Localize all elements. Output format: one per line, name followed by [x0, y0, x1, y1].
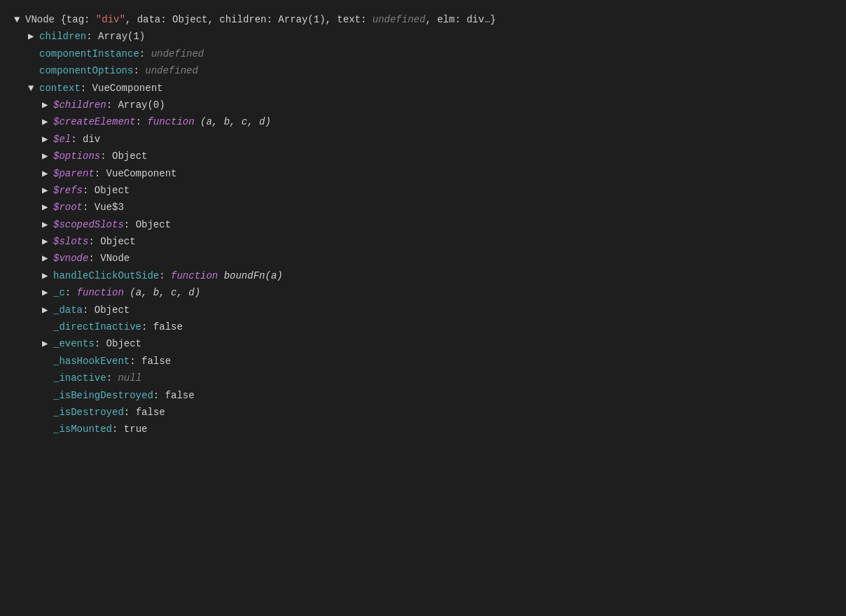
- line-dollar-root[interactable]: $root: Vue$3: [14, 199, 832, 216]
- line-inactive-text: null: [118, 370, 141, 386]
- line-underscore-c-text: (a, b, c, d): [124, 285, 200, 300]
- line-dollar-vnode[interactable]: $vnode: VNode: [14, 250, 832, 267]
- line-dollar-children-arrow[interactable]: [42, 97, 53, 113]
- line-handleClickOutSide-arrow[interactable]: [42, 268, 53, 284]
- line-dollar-root-text: : Vue$3: [83, 200, 124, 215]
- line-vnode-text: Object: [172, 12, 207, 27]
- line-dollar-vnode-text: : VNode: [88, 251, 130, 266]
- line-isBeingDestroyed-text: _isBeingDestroyed: [53, 388, 153, 403]
- line-dollar-refs[interactable]: $refs: Object: [14, 182, 832, 199]
- line-handleClickOutSide-text: handleClickOutSide: [53, 268, 159, 284]
- line-dollar-refs-text: $refs: [53, 183, 83, 198]
- line-isMounted: _isMounted: true: [14, 421, 832, 438]
- line-dollar-slots-text: : Object: [88, 234, 135, 249]
- line-vnode-text: "div": [96, 12, 125, 27]
- line-componentOptions-text: undefined: [145, 63, 198, 78]
- line-componentInstance-text: undefined: [151, 46, 204, 62]
- line-componentInstance: componentInstance: undefined: [14, 46, 832, 62]
- line-dollar-el[interactable]: $el: div: [14, 131, 832, 148]
- line-isBeingDestroyed-arrow: [42, 388, 53, 403]
- line-dollar-vnode-arrow[interactable]: [42, 251, 53, 266]
- line-dollar-root-text: $root: [53, 200, 83, 215]
- line-underscore-c-arrow[interactable]: [42, 285, 53, 300]
- line-dollar-options-arrow[interactable]: [42, 148, 53, 164]
- line-dollar-createElement-text: :: [136, 114, 148, 130]
- line-vnode-text: VNode: [25, 12, 60, 27]
- line-isBeingDestroyed-text: false: [165, 388, 195, 403]
- line-children-arrow[interactable]: [28, 29, 39, 44]
- line-context-text: context: [39, 80, 81, 96]
- line-dollar-createElement-arrow[interactable]: [42, 114, 53, 130]
- line-handleClickOutSide[interactable]: handleClickOutSide: function boundFn(a): [14, 267, 832, 284]
- code-viewer: VNode {tag: "div", data: Object, childre…: [14, 11, 832, 438]
- line-dollar-refs-text: : Object: [83, 183, 130, 198]
- line-vnode-text: , data:: [125, 12, 172, 27]
- line-isDestroyed-text: false: [136, 405, 165, 420]
- line-dollar-scopedSlots-text: : Object: [124, 217, 171, 232]
- line-events-text: : Object: [95, 336, 141, 351]
- line-inactive: _inactive: null: [14, 370, 832, 386]
- line-dollar-children-text: : Array(0): [106, 97, 165, 113]
- line-dollar-refs-arrow[interactable]: [42, 183, 53, 198]
- line-isBeingDestroyed: _isBeingDestroyed: false: [14, 387, 832, 404]
- line-isMounted-text: _isMounted: [53, 421, 112, 437]
- line-vnode[interactable]: VNode {tag: "div", data: Object, childre…: [14, 11, 832, 28]
- line-hasHookEvent-text: :: [130, 354, 141, 369]
- line-dollar-options[interactable]: $options: Object: [14, 148, 832, 164]
- line-dollar-parent-text: : VueComponent: [95, 166, 177, 181]
- line-directInactive-text: :: [141, 319, 153, 335]
- line-vnode-text: {tag:: [60, 12, 95, 27]
- line-dollar-createElement[interactable]: $createElement: function (a, b, c, d): [14, 113, 832, 130]
- line-events-arrow[interactable]: [42, 336, 53, 351]
- line-handleClickOutSide-text: boundFn(a): [218, 268, 282, 284]
- line-dollar-parent[interactable]: $parent: VueComponent: [14, 165, 832, 182]
- line-directInactive-text: _directInactive: [53, 319, 141, 335]
- line-directInactive: _directInactive: false: [14, 318, 832, 335]
- line-underscore-data-text: : Object: [83, 302, 130, 318]
- line-dollar-children[interactable]: $children: Array(0): [14, 97, 832, 113]
- line-dollar-scopedSlots-text: $scopedSlots: [53, 217, 124, 232]
- line-dollar-scopedSlots[interactable]: $scopedSlots: Object: [14, 216, 832, 233]
- line-isDestroyed-text: :: [124, 405, 136, 420]
- line-context-arrow[interactable]: [28, 80, 39, 96]
- line-context[interactable]: context: VueComponent: [14, 80, 832, 97]
- line-directInactive-text: false: [153, 319, 183, 335]
- line-dollar-slots-text: $slots: [53, 234, 88, 249]
- line-dollar-el-text: : div: [71, 132, 100, 147]
- line-isMounted-text: :: [112, 421, 124, 437]
- line-handleClickOutSide-text: function: [171, 268, 218, 284]
- line-underscore-data[interactable]: _data: Object: [14, 302, 832, 318]
- line-dollar-root-arrow[interactable]: [42, 200, 53, 215]
- line-vnode-arrow[interactable]: [14, 12, 25, 27]
- line-children[interactable]: children: Array(1): [14, 28, 832, 45]
- line-events[interactable]: _events: Object: [14, 335, 832, 352]
- line-vnode-text: , children:: [208, 12, 279, 27]
- line-isDestroyed-text: _isDestroyed: [53, 405, 124, 420]
- line-vnode-text: Array(1): [278, 12, 325, 27]
- line-dollar-createElement-text: (a, b, c, d): [195, 114, 271, 130]
- line-underscore-data-arrow[interactable]: [42, 302, 53, 318]
- line-dollar-slots-arrow[interactable]: [42, 234, 53, 249]
- line-componentOptions-text: componentOptions: [39, 63, 133, 78]
- line-dollar-children-text: $children: [53, 97, 106, 113]
- line-directInactive-arrow: [42, 319, 53, 335]
- line-hasHookEvent-text: _hasHookEvent: [53, 354, 130, 369]
- line-inactive-text: :: [106, 370, 118, 386]
- line-hasHookEvent-arrow: [42, 354, 53, 369]
- line-hasHookEvent: _hasHookEvent: false: [14, 353, 832, 370]
- line-vnode-text: , elm: div…}: [425, 12, 496, 27]
- line-dollar-scopedSlots-arrow[interactable]: [42, 217, 53, 232]
- line-underscore-data-text: _data: [53, 302, 83, 318]
- line-dollar-createElement-text: $createElement: [53, 114, 136, 130]
- line-dollar-createElement-text: function: [147, 114, 194, 130]
- line-inactive-arrow: [42, 370, 53, 386]
- line-vnode-text: , text:: [326, 12, 373, 27]
- line-dollar-el-text: $el: [53, 132, 71, 147]
- line-underscore-c[interactable]: _c: function (a, b, c, d): [14, 284, 832, 301]
- line-dollar-parent-arrow[interactable]: [42, 166, 53, 181]
- line-dollar-slots[interactable]: $slots: Object: [14, 233, 832, 250]
- line-dollar-el-arrow[interactable]: [42, 132, 53, 147]
- line-vnode-text: undefined: [373, 12, 426, 27]
- line-componentInstance-arrow: [28, 46, 39, 62]
- line-componentInstance-text: componentInstance: [39, 46, 139, 62]
